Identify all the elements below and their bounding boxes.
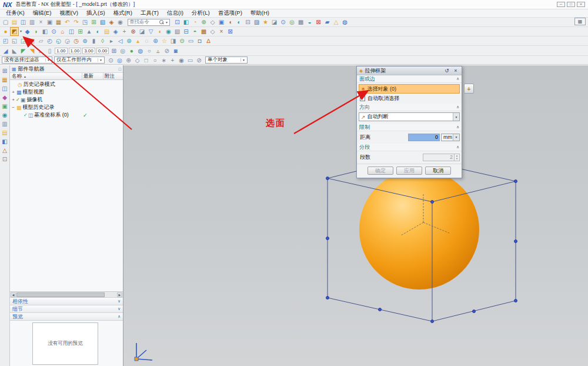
resource-bar-icon[interactable]: ▣ <box>2 103 7 109</box>
toolbar-icon[interactable]: ○ <box>145 47 153 55</box>
toolbar-icon[interactable]: ▩ <box>199 28 208 35</box>
snap-point-icon[interactable]: ◉ <box>177 56 186 64</box>
menu-item[interactable]: 分析(L) <box>188 9 214 17</box>
expander-icon[interactable]: + <box>11 89 16 95</box>
toolbar-icon[interactable]: ● <box>127 47 136 55</box>
section-limit[interactable]: 限制 ∧ <box>357 124 462 131</box>
navigator-section-header[interactable]: 相依性 ∨ <box>10 297 123 305</box>
toolbar-icon[interactable]: ★ <box>261 18 270 26</box>
selection-mode-dropdown[interactable]: 单个对象 ▼ <box>205 56 248 64</box>
menu-item[interactable]: 任务(K) <box>2 9 29 17</box>
toolbar-icon[interactable]: ◎ <box>118 47 127 55</box>
menu-item[interactable]: 工具(T) <box>136 9 163 17</box>
toolbar-icon[interactable]: ◨ <box>169 37 178 45</box>
toolbar-icon[interactable]: 3.00 <box>82 48 95 54</box>
expander-icon[interactable]: + <box>11 97 16 102</box>
menu-item[interactable]: 插入(S) <box>82 9 109 17</box>
toolbar-icon[interactable]: ◳ <box>81 18 89 26</box>
snap-point-icon[interactable]: ⊙ <box>106 56 115 64</box>
column-name[interactable]: 名称 ▲ <box>10 73 82 80</box>
toolbar-icon[interactable]: ◐ <box>93 28 102 35</box>
toolbar-icon[interactable]: ▲ <box>85 28 93 35</box>
ok-button[interactable]: 确定 <box>368 167 393 175</box>
toolbar-icon[interactable]: ▮ <box>89 37 98 45</box>
toolbar-icon[interactable]: ◇ <box>208 28 217 35</box>
toolbar-icon[interactable]: × <box>217 28 226 35</box>
unit-dropdown[interactable]: mm ▼ <box>441 134 460 141</box>
undo-icon[interactable]: ↶ <box>63 18 72 26</box>
toolbar-icon[interactable]: ⊙ <box>279 18 288 26</box>
toolbar-icon[interactable]: ◫ <box>67 28 76 35</box>
selection-crosshair-button[interactable]: + <box>464 84 474 94</box>
toolbar-icon[interactable]: ◪ <box>138 28 146 35</box>
expander-icon[interactable]: − <box>11 105 16 110</box>
toolbar-icon[interactable]: ◱ <box>10 37 19 45</box>
command-finder[interactable]: 查找命令 ▼ <box>128 19 170 26</box>
toolbar-icon[interactable]: ◙ <box>171 47 180 55</box>
menu-item[interactable]: 编辑(E) <box>29 9 56 17</box>
snap-point-icon[interactable]: ▭ <box>186 56 195 64</box>
navigator-section-header[interactable]: 预览 ∧ <box>10 312 123 320</box>
resource-bar-icon[interactable]: ◉ <box>2 112 8 118</box>
toolbar-icon[interactable]: ⊞ <box>89 18 98 26</box>
snap-point-icon[interactable]: ⊕ <box>124 56 133 64</box>
resource-bar-icon[interactable]: ▤ <box>2 129 7 136</box>
toolbar-icon[interactable]: ▰ <box>323 18 332 26</box>
toolbar-icon[interactable]: ◳ <box>28 37 36 45</box>
toolbar-icon[interactable]: ▭ <box>186 37 195 45</box>
sphere-body[interactable] <box>359 169 479 290</box>
menu-item[interactable]: 格式(R) <box>109 9 136 17</box>
toolbar-icon[interactable]: ◖ <box>226 18 235 26</box>
toolbar-icon[interactable]: ◔ <box>191 18 199 26</box>
tree-row[interactable]: + ✓ ▣ 摄像机 <box>10 96 123 104</box>
toolbar-icon[interactable]: ◁ <box>116 37 125 45</box>
toolbar-icon[interactable]: ▯ <box>45 47 54 55</box>
cut-icon[interactable]: × <box>36 18 45 26</box>
toolbar-icon[interactable]: ☆ <box>160 37 169 45</box>
toolbar-icon[interactable]: ◖ <box>155 28 164 35</box>
resource-bar-icon[interactable]: ⊡ <box>2 156 7 162</box>
toolbar-icon[interactable]: ◇ <box>208 18 217 26</box>
toolbar-icon[interactable]: ◓ <box>191 28 199 35</box>
toolbar-icon[interactable]: ⊚ <box>81 37 89 45</box>
tree-row[interactable]: ✓ ◫ 基准坐标系 (0) ✓ <box>10 111 123 119</box>
toolbar-icon[interactable]: ◌ <box>142 37 151 45</box>
toolbar-icon[interactable]: ▧ <box>98 18 107 26</box>
paste-icon[interactable]: ▦ <box>54 18 63 26</box>
toolbar-icon[interactable]: ▧ <box>173 28 182 35</box>
toolbar-icon[interactable]: ⊜ <box>125 37 133 45</box>
dialog-titlebar[interactable]: ◈ 拉伸框架 ↺ × <box>357 66 462 75</box>
snap-point-icon[interactable]: ⊘ <box>195 56 203 64</box>
toolbar-icon[interactable]: ◎ <box>288 18 296 26</box>
toolbar-icon[interactable]: ◷ <box>72 37 81 45</box>
selection-scope-dropdown[interactable]: 仅在工作部件内 ▼ <box>54 56 105 64</box>
toolbar-icon[interactable]: ⊞ <box>76 28 85 35</box>
scroll-left-icon[interactable]: ◀ <box>11 292 16 297</box>
tree-row[interactable]: − ▩ 模型历史记录 <box>10 104 123 111</box>
toolbar-icon[interactable]: ◐ <box>235 18 243 26</box>
save-icon[interactable]: ◫ <box>19 18 28 26</box>
scroll-right-icon[interactable]: ▶ <box>117 292 122 297</box>
toolbar-icon[interactable]: ◍ <box>136 47 145 55</box>
section-face-or-edge[interactable]: 面或边 ∧ <box>357 75 462 83</box>
copy-icon[interactable]: ▣ <box>45 18 54 26</box>
toolbar-icon[interactable]: ⊡ <box>173 18 182 26</box>
toolbar-icon[interactable]: ◣ <box>10 47 19 55</box>
toolbar-icon[interactable]: ▩ <box>296 18 305 26</box>
toolbar-icon[interactable]: ▽ <box>146 28 155 35</box>
apply-button[interactable]: 应用 <box>396 167 422 175</box>
toolbar-icon[interactable]: 1.00 <box>69 48 82 54</box>
toolbar-icon[interactable]: ⊟ <box>182 28 191 35</box>
resource-bar-icon[interactable]: ◆ <box>2 94 7 101</box>
snap-point-icon[interactable]: □ <box>142 56 151 64</box>
menu-item[interactable]: 帮助(H) <box>246 9 273 17</box>
toolbar-icon[interactable]: ◴ <box>45 37 54 45</box>
part-navigator-icon[interactable]: ▦ <box>2 76 7 83</box>
toolbar-icon[interactable]: ◒ <box>305 18 314 26</box>
toolbar-icon[interactable]: ◢ <box>1 47 10 55</box>
toolbar-icon[interactable]: ▵ <box>153 47 162 55</box>
resource-bar-icon[interactable]: ◫ <box>2 85 7 92</box>
toolbar-icon[interactable]: ⊙ <box>49 28 58 35</box>
cancel-button[interactable]: 取消 <box>425 167 451 175</box>
print-icon[interactable]: ▥ <box>28 18 36 26</box>
